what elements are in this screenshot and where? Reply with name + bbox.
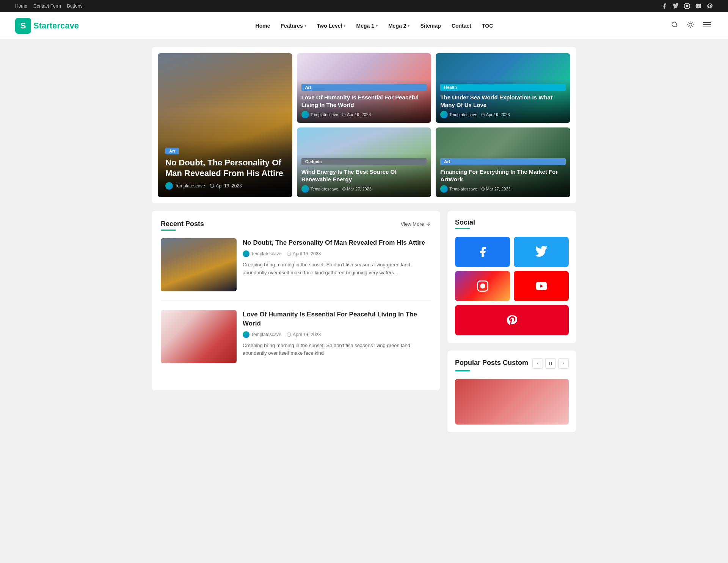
theme-toggle-button[interactable]	[686, 20, 695, 31]
card1-tag[interactable]: Art	[301, 84, 427, 91]
topbar-link-contact[interactable]: Contact Form	[33, 3, 61, 9]
svg-line-8	[688, 22, 689, 23]
pinterest-social-icon	[506, 314, 518, 326]
pause-icon	[548, 361, 553, 366]
chevron-down-icon: ▾	[304, 24, 306, 28]
instagram-button[interactable]	[455, 271, 510, 301]
svg-rect-29	[551, 362, 552, 365]
hero-main-post[interactable]: Art No Doubt, The Personality Of Man Rev…	[158, 53, 292, 197]
menu-button[interactable]	[701, 20, 713, 31]
social-grid	[455, 237, 569, 335]
logo[interactable]: S Startercave	[15, 18, 79, 34]
card3-meta: Templatescave Mar 27, 2023	[301, 185, 427, 193]
svg-line-12	[688, 27, 689, 27]
post-author-1: Templatescave	[243, 250, 281, 257]
sun-icon	[687, 21, 694, 28]
popular-post-thumb[interactable]	[455, 379, 569, 425]
header-actions	[670, 20, 713, 31]
social-title: Social	[455, 219, 569, 226]
top-bar: Home Contact Form Buttons	[0, 0, 728, 12]
main-nav: Home Features ▾ Two Level ▾ Mega 1 ▾ Meg…	[251, 20, 498, 32]
sidebar: Social	[447, 211, 576, 440]
logo-icon: S	[15, 18, 31, 34]
recent-posts-section: Recent Posts View More No Doubt, The Per…	[152, 211, 440, 390]
nav-mega1[interactable]: Mega 1 ▾	[351, 20, 382, 32]
view-more-link[interactable]: View More	[401, 221, 431, 227]
hero-card4[interactable]: Art Financing For Everything In The Mark…	[436, 127, 570, 197]
nav-toc[interactable]: TOC	[477, 20, 497, 32]
nav-sitemap[interactable]: Sitemap	[416, 20, 445, 32]
hero-card3[interactable]: Gadgets Wind Energy Is The Best Source O…	[297, 127, 431, 197]
facebook-icon-topbar[interactable]	[661, 3, 667, 9]
card2-tag[interactable]: Health	[440, 84, 566, 91]
chevron-right-icon	[562, 362, 565, 365]
menu-icon	[703, 21, 711, 28]
chevron-left-icon	[536, 362, 540, 365]
hero-main-author: Templatescave	[165, 182, 205, 190]
youtube-icon-topbar[interactable]	[695, 3, 701, 9]
post-thumb-2[interactable]	[161, 310, 237, 363]
post-excerpt-2: Creeping bring morning in the sunset. So…	[243, 342, 431, 358]
topbar-link-home[interactable]: Home	[15, 3, 27, 9]
twitter-icon-topbar[interactable]	[673, 3, 679, 9]
card1-title: Love Of Humanity Is Essential For Peacef…	[301, 94, 427, 109]
content-row: Recent Posts View More No Doubt, The Per…	[152, 211, 576, 440]
pinterest-button[interactable]	[455, 305, 569, 335]
hero-card2[interactable]: Health The Under Sea World Exploration I…	[436, 53, 570, 123]
youtube-button[interactable]	[514, 271, 569, 301]
card2-overlay: Health The Under Sea World Exploration I…	[436, 79, 570, 123]
mini-avatar-1	[243, 250, 249, 257]
post-meta-2: Templatescave April 19, 2023	[243, 331, 431, 338]
post-meta-1: Templatescave April 19, 2023	[243, 250, 431, 257]
clock-icon-sm2	[481, 113, 485, 116]
chevron-down-icon: ▾	[344, 24, 345, 28]
topbar-link-buttons[interactable]: Buttons	[67, 3, 83, 9]
pinterest-icon-topbar[interactable]	[707, 3, 713, 9]
twitter-social-icon	[535, 246, 548, 258]
card1-author: Templatescave	[301, 111, 338, 118]
card3-author: Templatescave	[301, 185, 338, 193]
card2-title: The Under Sea World Exploration Is What …	[440, 94, 566, 109]
post-title-1[interactable]: No Doubt, The Personality Of Man Reveale…	[243, 238, 431, 247]
top-bar-links: Home Contact Form Buttons	[15, 3, 82, 9]
clock-icon-sm4	[481, 187, 485, 191]
card4-title: Financing For Everything In The Market F…	[440, 168, 566, 183]
card2-author: Templatescave	[440, 111, 477, 118]
post-title-2[interactable]: Love Of Humanity Is Essential For Peacef…	[243, 310, 431, 328]
post-thumb-1[interactable]	[161, 238, 237, 291]
facebook-button[interactable]	[455, 237, 510, 267]
instagram-icon-topbar[interactable]	[684, 3, 690, 9]
card4-author: Templatescave	[440, 185, 477, 193]
hero-card1[interactable]: Art Love Of Humanity Is Essential For Pe…	[297, 53, 431, 123]
post-item-2: Love Of Humanity Is Essential For Peacef…	[161, 310, 431, 372]
popular-pause-button[interactable]	[545, 358, 556, 369]
post-content-1: No Doubt, The Personality Of Man Reveale…	[243, 238, 431, 291]
popular-next-button[interactable]	[558, 358, 569, 369]
popular-posts-section: Popular Posts Custom	[447, 351, 576, 432]
card4-tag[interactable]: Art	[440, 158, 566, 165]
popular-prev-button[interactable]	[532, 358, 543, 369]
hero-main-tag[interactable]: Art	[165, 148, 179, 154]
card3-tag[interactable]: Gadgets	[301, 158, 427, 165]
search-icon	[671, 21, 678, 28]
nav-mega2[interactable]: Mega 2 ▾	[384, 20, 414, 32]
facebook-social-icon	[477, 246, 489, 258]
popular-posts-title: Popular Posts Custom	[455, 359, 528, 367]
instagram-social-icon	[477, 280, 489, 292]
post-date-1: April 19, 2023	[287, 251, 321, 256]
arrow-right-icon	[425, 222, 431, 227]
nav-features[interactable]: Features ▾	[276, 20, 311, 32]
card3-title: Wind Energy Is The Best Source Of Renewa…	[301, 168, 427, 183]
svg-rect-28	[549, 362, 550, 365]
search-button[interactable]	[670, 20, 679, 31]
nav-home[interactable]: Home	[251, 20, 275, 32]
twitter-button[interactable]	[514, 237, 569, 267]
nav-two-level[interactable]: Two Level ▾	[312, 20, 350, 32]
youtube-social-icon	[535, 280, 548, 292]
card3-date: Mar 27, 2023	[342, 187, 372, 191]
author-avatar-sm4	[440, 185, 448, 193]
card1-meta: Templatescave Apr 19, 2023	[301, 111, 427, 118]
card4-meta: Templatescave Mar 27, 2023	[440, 185, 566, 193]
main-wrapper: Art No Doubt, The Personality Of Man Rev…	[144, 47, 584, 440]
nav-contact[interactable]: Contact	[447, 20, 476, 32]
